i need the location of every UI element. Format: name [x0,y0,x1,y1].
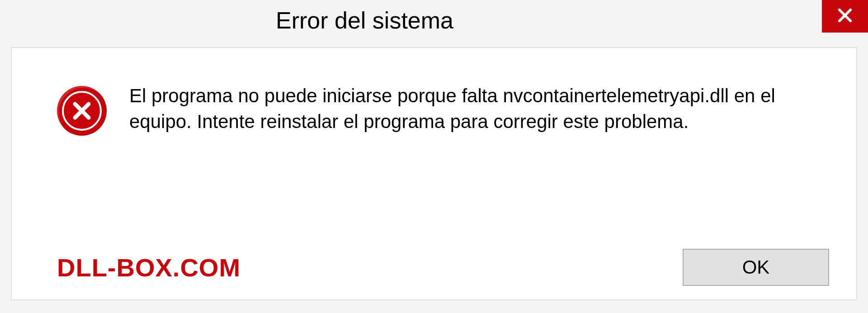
dialog-body: El programa no puede iniciarse porque fa… [11,47,857,300]
error-dialog: Error del sistema [0,0,868,313]
error-message: El programa no puede iniciarse porque fa… [129,83,829,134]
watermark: DLL-BOX.COM [57,253,241,282]
dialog-title: Error del sistema [276,7,453,34]
dialog-footer: DLL-BOX.COM OK [12,249,856,286]
ok-button-label: OK [742,256,770,278]
message-row: El programa no puede iniciarse porque fa… [57,83,829,136]
close-button[interactable] [822,0,868,33]
close-icon [835,6,854,27]
error-icon [57,86,107,136]
titlebar: Error del sistema [0,0,868,41]
ok-button[interactable]: OK [683,249,829,286]
